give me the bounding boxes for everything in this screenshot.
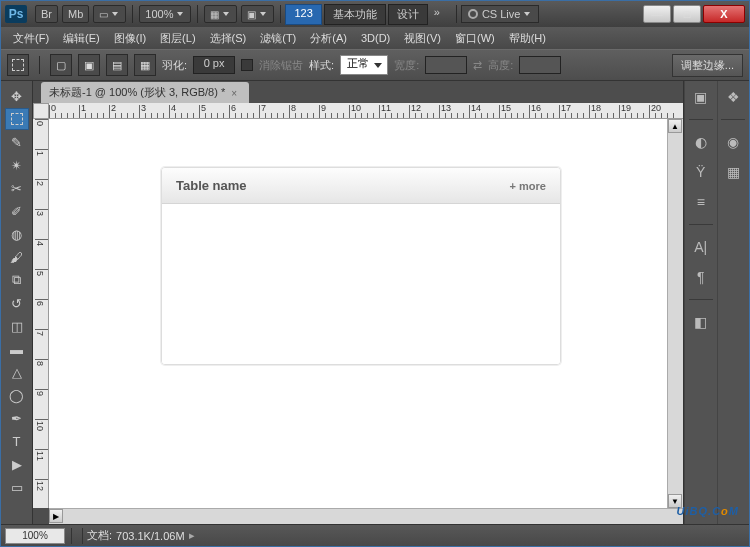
color-panel-icon[interactable]: ◉ [722,132,744,152]
menu-image[interactable]: 图像(I) [108,29,152,48]
window-controls: — □ X [643,5,745,23]
menu-3d[interactable]: 3D(D) [355,30,396,46]
pen-tool[interactable]: ✒ [5,407,29,429]
selection-intersect-button[interactable]: ▦ [134,54,156,76]
style-label: 样式: [309,58,334,73]
document-area: 未标题-1 @ 100% (形状 3, RGB/8) * × 012345678… [33,81,683,524]
menu-edit[interactable]: 编辑(E) [57,29,106,48]
menu-file[interactable]: 文件(F) [7,29,55,48]
dodge-tool[interactable]: ◯ [5,384,29,406]
char-a-panel-icon[interactable]: A| [690,237,712,257]
eraser-tool[interactable]: ◫ [5,315,29,337]
selection-new-button[interactable]: ▢ [50,54,72,76]
status-zoom-input[interactable]: 100% [5,528,65,544]
scrollbar-vertical[interactable]: ▲ ▼ [667,119,683,508]
brush-panel-icon[interactable]: ≡ [690,192,712,212]
table-header: Table name + more [162,168,560,204]
antialias-label: 消除锯齿 [259,58,303,73]
move-tool[interactable]: ✥ [5,85,29,107]
history-panel-icon[interactable]: ▣ [690,87,712,107]
document-tabs: 未标题-1 @ 100% (形状 3, RGB/8) * × [33,81,683,103]
feather-input[interactable]: 0 px [193,56,235,74]
panel-dock: ▣ ◐ Ÿ ≡ A| ¶ ◧ ❖ ◉ ▦ [683,81,749,524]
canvas[interactable]: Table name + more [49,119,667,508]
height-input [519,56,561,74]
width-label: 宽度: [394,58,419,73]
table-body [162,204,560,364]
adjustments-panel-icon[interactable]: ◐ [690,132,712,152]
scroll-right-icon[interactable]: ▶ [49,509,63,523]
app-logo-icon: Ps [5,5,27,23]
workspace-tab-123[interactable]: 123 [285,4,321,25]
wand-tool[interactable]: ✴ [5,154,29,176]
crop-tool[interactable]: ✂ [5,177,29,199]
tool-preset-button[interactable] [7,54,29,76]
workspace-more-button[interactable]: » [430,4,444,25]
workspace: ✥ ✎ ✴ ✂ ✐ ◍ 🖌 ⧉ ↺ ◫ ▬ △ ◯ ✒ T ▶ ▭ 未标题-1 … [1,81,749,524]
table-widget: Table name + more [161,167,561,365]
menu-filter[interactable]: 滤镜(T) [254,29,302,48]
ruler-horizontal[interactable]: 01234567891011121314151617181920 [49,103,683,119]
ruler-vertical[interactable]: 01234567891011121314 [33,119,49,508]
styles-panel-icon[interactable]: ◧ [690,312,712,332]
selection-subtract-button[interactable]: ▤ [106,54,128,76]
titlebar: Ps Br Mb ▭ 100% ▦ ▣ 123 基本功能 设计 » CS Liv… [1,1,749,27]
history-brush-tool[interactable]: ↺ [5,292,29,314]
menu-analysis[interactable]: 分析(A) [304,29,353,48]
height-label: 高度: [488,58,513,73]
menu-layer[interactable]: 图层(L) [154,29,201,48]
bridge-button[interactable]: Br [35,5,58,23]
menu-window[interactable]: 窗口(W) [449,29,501,48]
workspace-tab-basic[interactable]: 基本功能 [324,4,386,25]
selection-add-button[interactable]: ▣ [78,54,100,76]
gradient-tool[interactable]: ▬ [5,338,29,360]
marquee-icon [12,59,24,71]
style-select[interactable]: 正常 [340,55,388,75]
menu-view[interactable]: 视图(V) [398,29,447,48]
table-more-link[interactable]: + more [510,180,546,192]
eyedropper-tool[interactable]: ✐ [5,200,29,222]
shape-tool[interactable]: ▭ [5,476,29,498]
width-input [425,56,467,74]
cslive-icon [468,9,478,19]
status-separator [71,528,83,544]
marquee-tool[interactable] [5,108,29,130]
healing-tool[interactable]: ◍ [5,223,29,245]
workspace-tabs: 123 基本功能 设计 » [285,4,443,25]
view-extras-button[interactable]: ▣ [241,5,274,23]
document-tab-close-icon[interactable]: × [231,88,241,98]
brush-tool[interactable]: 🖌 [5,246,29,268]
menu-help[interactable]: 帮助(H) [503,29,552,48]
minimize-button[interactable]: — [643,5,671,23]
document-tab[interactable]: 未标题-1 @ 100% (形状 3, RGB/8) * × [41,82,249,103]
scrollbar-horizontal[interactable]: ◀ ▶ [49,508,683,524]
status-doc-label: 文档: [87,528,112,543]
workspace-tab-design[interactable]: 设计 [388,4,428,25]
table-title: Table name [176,178,247,193]
scroll-up-icon[interactable]: ▲ [668,119,682,133]
lasso-tool[interactable]: ✎ [5,131,29,153]
stamp-tool[interactable]: ⧉ [5,269,29,291]
path-select-tool[interactable]: ▶ [5,453,29,475]
ruler-origin[interactable] [33,103,49,119]
swatches-panel-icon[interactable]: ▦ [722,162,744,182]
screen-mode-button[interactable]: ▭ [93,5,126,23]
cslive-button[interactable]: CS Live [461,5,540,23]
antialias-checkbox[interactable] [241,59,253,71]
minibridge-button[interactable]: Mb [62,5,89,23]
zoom-level-dropdown[interactable]: 100% [139,5,191,23]
blur-tool[interactable]: △ [5,361,29,383]
layers-panel-icon[interactable]: ❖ [722,87,744,107]
feather-label: 羽化: [162,58,187,73]
statusbar: 100% 文档: 703.1K/1.06M ▸ [1,524,749,546]
maximize-button[interactable]: □ [673,5,701,23]
arrange-docs-button[interactable]: ▦ [204,5,237,23]
menu-select[interactable]: 选择(S) [204,29,253,48]
adjust-edge-button[interactable]: 调整边缘... [672,54,743,77]
type-tool[interactable]: T [5,430,29,452]
menubar: 文件(F) 编辑(E) 图像(I) 图层(L) 选择(S) 滤镜(T) 分析(A… [1,27,749,49]
close-button[interactable]: X [703,5,745,23]
paragraph-panel-icon[interactable]: ¶ [690,267,712,287]
character-panel-icon[interactable]: Ÿ [690,162,712,182]
toolbox: ✥ ✎ ✴ ✂ ✐ ◍ 🖌 ⧉ ↺ ◫ ▬ △ ◯ ✒ T ▶ ▭ [1,81,33,524]
